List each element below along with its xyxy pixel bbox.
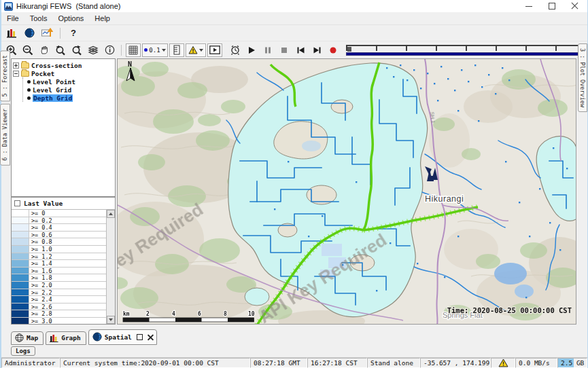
play-button[interactable] <box>244 43 259 57</box>
timeseries-display-button[interactable] <box>39 26 54 40</box>
status-warning[interactable] <box>491 358 515 368</box>
tab-graph[interactable]: Graph <box>46 331 86 345</box>
undock-icon[interactable] <box>137 334 143 340</box>
class-interval-dropdown[interactable]: 0.1 <box>142 43 168 57</box>
map-canvas[interactable]: API Key Required API Key Required Hikura… <box>118 59 576 325</box>
toolbar-separator <box>60 28 60 39</box>
last-value-checkbox[interactable] <box>14 200 20 206</box>
animation-button[interactable] <box>207 43 222 57</box>
status-mode: Stand alone <box>367 358 420 368</box>
zoom-previous-icon <box>55 45 66 56</box>
legend-swatch <box>12 296 29 303</box>
legend-label: >= 2.8 <box>29 310 52 317</box>
maximize-icon[interactable] <box>548 2 556 10</box>
tree-label[interactable]: Cross-section <box>31 62 82 69</box>
status-user: Administrator <box>1 358 60 368</box>
legend-row: >= 1.2 <box>12 253 106 261</box>
spatial-display-button[interactable] <box>22 26 37 40</box>
tree-node-level-grid[interactable]: Level Grid <box>26 86 114 94</box>
legend-swatch <box>12 310 29 317</box>
legend-label: >= 1.6 <box>29 268 52 274</box>
tree-children: Level Point Level Grid Depth Grid <box>22 77 114 102</box>
legend-label: >= 2.6 <box>29 303 52 310</box>
zoom-out-icon <box>22 45 33 56</box>
collapse-minus-icon[interactable] <box>13 71 19 77</box>
close-icon[interactable] <box>571 2 579 10</box>
tab-spatial[interactable]: Spatial <box>88 329 157 345</box>
legend-panel: Last Value >= 0 >= 0.2 >= 0.4 >= 0.6 >= … <box>11 197 116 325</box>
layers-icon <box>88 45 99 55</box>
expand-plus-icon[interactable] <box>13 62 19 69</box>
legend-label: >= 0.2 <box>29 217 52 224</box>
tab-plot-overview[interactable]: 3 : Plot Overview <box>578 43 587 112</box>
legend-label: >= 0.8 <box>29 238 52 245</box>
reset-time-button[interactable] <box>228 43 243 57</box>
menu-help[interactable]: Help <box>89 13 116 24</box>
svg-text:10: 10 <box>248 311 255 317</box>
menu-tools[interactable]: Tools <box>24 13 53 24</box>
timeline-ruler[interactable] <box>346 45 585 51</box>
warnings-dropdown[interactable] <box>186 43 206 57</box>
tree-node-cross-section[interactable]: Cross-section <box>13 61 114 69</box>
map-viewport[interactable]: API Key Required API Key Required Hikura… <box>117 58 576 325</box>
tab-data-viewer[interactable]: 6 : Data Viewer <box>0 104 10 166</box>
help-button[interactable]: ? <box>66 26 81 40</box>
zoom-next-button[interactable] <box>69 43 84 57</box>
scale-bar-button[interactable] <box>169 43 184 57</box>
svg-text:8: 8 <box>224 311 227 317</box>
map-time-label: Time: 2020-08-25 00:00:00 CST <box>447 306 572 314</box>
info-icon <box>105 45 115 55</box>
tree-label[interactable]: Level Point <box>33 78 75 86</box>
scroll-down-icon[interactable] <box>107 316 115 324</box>
legend-row: >= 0.4 <box>12 224 106 232</box>
pan-button[interactable] <box>37 43 52 57</box>
show-grid-button[interactable] <box>126 43 141 57</box>
tab-map[interactable]: Map <box>11 331 44 345</box>
scale-bar-icon <box>173 45 181 55</box>
svg-text:2: 2 <box>146 311 150 317</box>
movie-play-icon <box>209 45 220 54</box>
logs-button[interactable]: Logs <box>11 346 35 356</box>
last-value-option[interactable]: Last Value <box>12 198 115 209</box>
last-frame-button[interactable] <box>309 43 324 57</box>
svg-text:6: 6 <box>198 311 201 317</box>
legend-scrollbar[interactable] <box>106 210 115 324</box>
folder-icon <box>21 62 29 69</box>
legend-swatch <box>12 318 29 324</box>
pause-button[interactable] <box>260 43 275 57</box>
zoom-out-button[interactable] <box>20 43 35 57</box>
timeline-handle[interactable] <box>347 47 351 52</box>
minimize-icon[interactable] <box>525 2 533 10</box>
legend-swatch <box>12 303 29 310</box>
record-button[interactable] <box>326 43 341 57</box>
bar-chart-icon <box>50 333 58 342</box>
window-title: Hikurangi FEWS (Stand alone) <box>16 2 120 10</box>
tree-label[interactable]: Level Grid <box>33 86 71 94</box>
grid-display-button[interactable] <box>4 26 19 40</box>
left-tab-strip: 5 : Forecast 6 : Data Viewer <box>0 50 10 166</box>
tree-label[interactable]: Depth Grid <box>33 94 73 102</box>
layers-button[interactable] <box>86 43 101 57</box>
legend-row: >= 1.6 <box>12 268 106 275</box>
scroll-up-icon[interactable] <box>107 210 115 218</box>
play-icon <box>247 46 256 54</box>
tree-node-pocket[interactable]: Pocket <box>13 69 114 77</box>
tree-node-level-point[interactable]: Level Point <box>26 77 114 86</box>
town-label: Hikurangi <box>425 194 464 204</box>
menu-file[interactable]: File <box>1 13 24 24</box>
tree-node-depth-grid[interactable]: Depth Grid <box>26 94 114 102</box>
menu-options[interactable]: Options <box>52 13 89 24</box>
zoom-previous-button[interactable] <box>53 43 68 57</box>
alarm-clock-icon <box>230 45 241 56</box>
bullet-icon <box>27 80 31 84</box>
stop-button[interactable] <box>277 43 292 57</box>
tree-label[interactable]: Pocket <box>31 70 54 77</box>
status-local-time: 16:27:18 CST <box>307 358 367 368</box>
status-memory: 2.5 GB <box>557 358 587 368</box>
timeline-slider[interactable] <box>346 45 585 56</box>
info-button[interactable] <box>102 43 117 57</box>
close-tab-icon[interactable] <box>148 334 154 340</box>
tab-forecast[interactable]: 5 : Forecast <box>0 50 10 101</box>
legend-swatch <box>12 224 29 231</box>
first-frame-button[interactable] <box>293 43 308 57</box>
